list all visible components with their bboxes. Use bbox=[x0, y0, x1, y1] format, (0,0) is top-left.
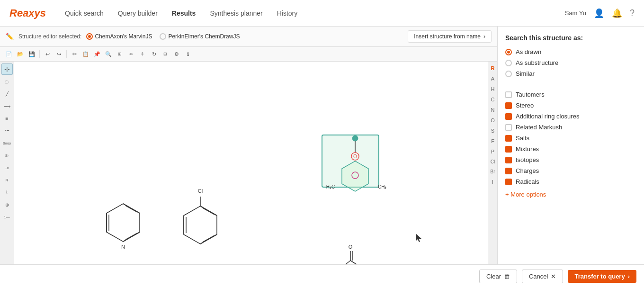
nav-results[interactable]: Results bbox=[172, 8, 196, 19]
element-C[interactable]: C bbox=[491, 95, 495, 104]
rgroup-tool[interactable]: R bbox=[1, 174, 13, 186]
panel-title: Search this structure as: bbox=[505, 34, 636, 42]
smin-tool[interactable]: S◦ bbox=[1, 150, 13, 161]
row-radicals[interactable]: Radicals bbox=[505, 178, 636, 185]
svg-text:CH₃: CH₃ bbox=[378, 184, 386, 189]
radio-dot-chemdrawjs bbox=[160, 33, 166, 40]
cb-ring-closures[interactable] bbox=[505, 113, 512, 120]
flip-h-btn[interactable]: ⇔ bbox=[126, 49, 136, 59]
svg-line-4 bbox=[125, 233, 137, 240]
cb-charges[interactable] bbox=[505, 168, 512, 174]
element-Br[interactable]: Br bbox=[491, 167, 495, 176]
cut-btn[interactable]: ✂ bbox=[69, 49, 80, 59]
row-isotopes[interactable]: Isotopes bbox=[505, 156, 636, 163]
structure-editor-icon: ✏️ bbox=[6, 33, 14, 40]
logo[interactable]: Reaxys bbox=[9, 7, 46, 19]
cb-salts[interactable] bbox=[505, 135, 512, 142]
cb-radicals[interactable] bbox=[505, 179, 512, 185]
cb-isotopes[interactable] bbox=[505, 157, 512, 163]
radio-as-drawn bbox=[505, 49, 512, 55]
info-btn[interactable]: ℹ bbox=[183, 49, 193, 59]
user-icon[interactable]: 👤 bbox=[594, 8, 604, 18]
nav-history[interactable]: History bbox=[277, 8, 298, 19]
nav-quick-search[interactable]: Quick search bbox=[65, 8, 104, 19]
smax-tool[interactable]: Smax bbox=[1, 137, 13, 149]
svg-point-18 bbox=[352, 135, 358, 141]
option-as-substructure[interactable]: As substructure bbox=[505, 59, 636, 66]
canvas-area[interactable]: N Cl bbox=[14, 62, 488, 273]
nav-query-builder[interactable]: Query builder bbox=[118, 8, 158, 19]
cancel-button[interactable]: Cancel ✕ bbox=[522, 270, 563, 283]
insert-structure-btn[interactable]: Insert structure from name › bbox=[408, 30, 492, 43]
help-icon[interactable]: ? bbox=[630, 8, 635, 18]
save-btn[interactable]: 💾 bbox=[27, 49, 37, 59]
molecule-pyridine: N bbox=[107, 204, 140, 250]
copy-btn[interactable]: 📋 bbox=[80, 49, 91, 59]
editor-top-bar: ✏️ Structure editor selected: ChemAxon's… bbox=[0, 27, 497, 47]
select-tool[interactable]: ⊹ bbox=[1, 63, 13, 75]
cb-stereo[interactable] bbox=[505, 102, 512, 109]
element-F[interactable]: F bbox=[491, 136, 494, 146]
row-ring-closures[interactable]: Additional ring closures bbox=[505, 113, 636, 120]
bond-tool[interactable]: ╱ bbox=[1, 88, 13, 99]
radio-marvinjs[interactable]: ChemAxon's MarvinJS bbox=[86, 33, 152, 40]
rotate-btn[interactable]: ↻ bbox=[149, 49, 159, 59]
svg-line-3 bbox=[123, 232, 140, 242]
cb-markush[interactable] bbox=[505, 124, 512, 131]
element-I[interactable]: I bbox=[492, 177, 493, 187]
row-markush[interactable]: Related Markush bbox=[505, 124, 636, 131]
header: Reaxys Quick search Query builder Result… bbox=[0, 0, 644, 27]
row-charges[interactable]: Charges bbox=[505, 167, 636, 174]
clear-button[interactable]: Clear 🗑 bbox=[479, 270, 517, 283]
option-as-drawn[interactable]: As drawn bbox=[505, 48, 636, 55]
row-mixtures[interactable]: Mixtures bbox=[505, 145, 636, 153]
zoom-btn[interactable]: 🔍 bbox=[103, 49, 114, 59]
radio-chemdrawjs[interactable]: PerkinElmer's ChemDrawJS bbox=[160, 33, 240, 40]
option-similar[interactable]: Similar bbox=[505, 70, 636, 77]
element-O[interactable]: O bbox=[491, 116, 495, 125]
element-P[interactable]: P bbox=[491, 147, 494, 156]
editor-panel: ✏️ Structure editor selected: ChemAxon's… bbox=[0, 27, 497, 288]
scale-btn[interactable]: ⊞ bbox=[115, 49, 125, 59]
marvin-toolbar: 📄 📂 💾 ↩ ↪ ✂ 📋 📌 🔍 ⊞ ⇔ ⇕ ↻ ⊟ ⚙ ℹ bbox=[0, 47, 497, 62]
paste-btn[interactable]: 📌 bbox=[92, 49, 102, 59]
numbering-tool[interactable]: 1— bbox=[1, 211, 13, 223]
element-S[interactable]: S bbox=[491, 126, 494, 135]
new-file-btn[interactable]: 📄 bbox=[4, 49, 14, 59]
svg-text:N: N bbox=[121, 244, 125, 250]
element-H[interactable]: H bbox=[491, 84, 495, 94]
nav-synthesis-planner[interactable]: Synthesis planner bbox=[210, 8, 262, 19]
triple-bond-tool[interactable]: ≡ bbox=[1, 113, 13, 124]
flip-v-btn[interactable]: ⇕ bbox=[137, 49, 148, 59]
subscript-tool[interactable]: □x bbox=[1, 162, 13, 173]
more-options-link[interactable]: + More options bbox=[505, 191, 636, 198]
wavy-tool[interactable]: 〜 bbox=[1, 125, 13, 136]
element-R[interactable]: R bbox=[491, 63, 495, 73]
bell-icon[interactable]: 🔔 bbox=[612, 8, 622, 18]
align-btn[interactable]: ⊟ bbox=[160, 49, 170, 59]
element-A[interactable]: A bbox=[491, 74, 494, 83]
undo-btn[interactable]: ↩ bbox=[42, 49, 53, 59]
svg-text:H₃C: H₃C bbox=[326, 184, 335, 189]
row-tautomers[interactable]: Tautomers bbox=[505, 91, 636, 98]
chain-tool[interactable]: ⌇ bbox=[1, 187, 13, 198]
cb-tautomers[interactable] bbox=[505, 91, 512, 98]
element-Cl[interactable]: Cl bbox=[491, 157, 495, 166]
molecule-chlorobenzene: Cl bbox=[184, 188, 217, 244]
lasso-tool[interactable]: ◌ bbox=[1, 76, 13, 87]
open-btn[interactable]: 📂 bbox=[15, 49, 26, 59]
cb-mixtures[interactable] bbox=[505, 146, 512, 153]
row-salts[interactable]: Salts bbox=[505, 135, 636, 142]
plus-minus-tool[interactable]: ⊕ bbox=[1, 199, 13, 210]
svg-text:O: O bbox=[353, 154, 357, 159]
settings-btn[interactable]: ⚙ bbox=[171, 49, 182, 59]
molecule-canvas: N Cl bbox=[14, 62, 488, 273]
trash-icon: 🗑 bbox=[504, 273, 510, 280]
row-stereo[interactable]: Stereo bbox=[505, 102, 636, 109]
redo-btn[interactable]: ↪ bbox=[54, 49, 64, 59]
element-N[interactable]: N bbox=[491, 105, 495, 115]
double-bond-tool[interactable]: ⟿ bbox=[1, 100, 13, 112]
element-sidebar: R A H C N O S F P Cl Br I bbox=[488, 62, 497, 273]
svg-marker-8 bbox=[184, 206, 217, 244]
transfer-button[interactable]: Transfer to query › bbox=[568, 270, 636, 283]
